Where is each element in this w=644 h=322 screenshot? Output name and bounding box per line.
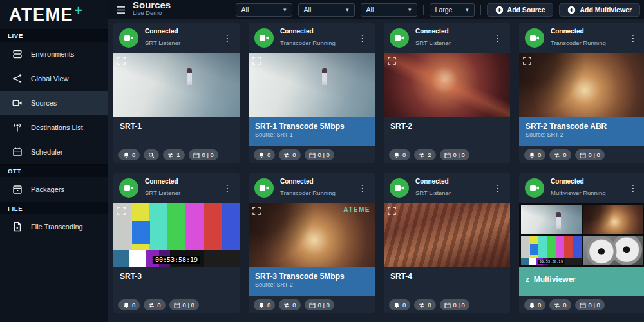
button-label: Add Multiviewer [580,6,632,14]
card-title-bar: SRT-4 [384,267,510,296]
kebab-menu-icon[interactable]: ⋮ [221,183,234,193]
add-source-button[interactable]: Add Source [487,3,554,17]
sidebar-item-label: Destinations List [31,124,83,131]
alarm-badge[interactable]: 0 [254,299,275,310]
divider [423,5,424,15]
expand-icon[interactable] [117,207,126,215]
sidebar-item-environments[interactable]: Environments [0,42,108,66]
expand-icon[interactable] [523,57,531,65]
source-card-srt-1[interactable]: ConnectedSRT Listener ⋮ SRT-1 0 1 0 | 0 [113,23,240,163]
expand-icon[interactable] [252,57,261,65]
alarm-badge[interactable]: 0 [524,149,545,160]
links-badge[interactable]: 0 [414,299,435,310]
links-badge[interactable]: 1 [163,149,184,160]
links-badge[interactable]: 2 [414,149,435,160]
schedule-badge[interactable]: 0 | 0 [305,299,334,310]
status-text: Connected [145,28,180,36]
card-title-bar: SRT-3 [113,267,240,296]
card-title-bar: SRT-1 Transcode 5Mbps Source: SRT-1 [249,117,375,146]
add-multiviewer-button[interactable]: Add Multiviewer [559,3,640,17]
video-camera-icon [12,98,23,108]
kebab-menu-icon[interactable]: ⋮ [491,33,504,43]
sidebar-item-file-transcoding[interactable]: File Transcoding [0,214,108,239]
source-title: SRT-1 Transcode 5Mbps [255,122,368,131]
size-value: Large [435,6,453,14]
kebab-menu-icon[interactable]: ⋮ [356,33,369,43]
filter-dropdown-3[interactable]: All▾ [361,3,417,17]
hamburger-icon[interactable] [116,6,126,14]
plus-circle-icon [567,6,576,14]
expand-icon[interactable] [388,57,396,65]
status-camera-icon [390,28,409,48]
kebab-menu-icon[interactable]: ⋮ [627,33,639,43]
page-heading: Sources Live Demo [133,3,171,17]
links-badge[interactable]: 0 [144,299,165,310]
alarm-badge[interactable]: 0 [118,299,140,310]
alarm-badge[interactable]: 0 [389,299,410,310]
card-header: ConnectedTranscoder Running ⋮ [249,173,375,203]
sidebar-item-destinations-list[interactable]: Destinations List [0,115,108,140]
schedule-badge[interactable]: 0 | 0 [575,149,605,160]
plus-circle-icon [495,6,504,14]
source-card-srt-3[interactable]: ConnectedSRT Listener ⋮ 00:53:58:19 SRT-… [113,173,240,313]
status-detail: Transcoder Running [551,39,606,46]
calendar-icon [12,147,23,157]
source-card-z-multiviewer[interactable]: ConnectedMultiviewer Running ⋮ 00:53:58:… [519,173,644,313]
schedule-badge[interactable]: 0 | 0 [440,149,469,160]
page-subtitle: Live Demo [133,10,171,16]
status-camera-icon [119,178,138,198]
size-dropdown[interactable]: Large▾ [430,3,475,17]
sidebar-item-label: Global View [31,75,69,82]
alarm-badge[interactable]: 0 [524,299,545,310]
card-header: ConnectedSRT Listener ⋮ [113,23,240,53]
multiviewer-tile-2 [583,205,644,234]
preview-badge[interactable] [144,149,159,160]
filter-dropdown-1[interactable]: All▾ [236,3,292,17]
badge-row: 0 2 0 | 0 [384,146,510,160]
expand-icon[interactable] [252,207,261,215]
video-thumbnail-color-bars: 00:53:58:19 [113,203,240,267]
badge-row: 0 1 0 | 0 [113,146,240,160]
schedule-badge[interactable]: 0 | 0 [305,149,334,160]
card-header: ConnectedTranscoder Running ⋮ [519,23,644,53]
filter-dropdown-2[interactable]: All▾ [298,3,355,17]
card-header: ConnectedSRT Listener ⋮ [384,173,510,203]
ateme-watermark: ATEME [343,206,370,213]
multiviewer-tile-3: 00:53:58:19 [521,236,582,266]
expand-icon[interactable] [117,57,126,65]
source-card-srt-2[interactable]: ConnectedSRT Listener ⋮ SRT-2 0 2 0 | 0 [384,23,510,163]
links-badge[interactable]: 0 [549,149,571,160]
schedule-badge[interactable]: 0 | 0 [575,299,605,310]
brand-name: ATEME [9,5,73,24]
expand-icon[interactable] [388,207,396,215]
timecode-overlay: 00:53:58:19 [153,256,200,264]
source-card-srt-2-transcode[interactable]: ConnectedTranscoder Running ⋮ SRT-2 Tran… [519,23,644,163]
links-badge[interactable]: 0 [279,149,300,160]
source-card-srt-3-transcode[interactable]: ConnectedTranscoder Running ⋮ ATEME SRT-… [249,173,375,313]
source-card-srt-1-transcode[interactable]: ConnectedTranscoder Running ⋮ SRT-1 Tran… [249,23,375,163]
alarm-badge[interactable]: 0 [389,149,410,160]
links-badge[interactable]: 0 [279,299,300,310]
alarm-badge[interactable]: 0 [254,149,275,160]
status-camera-icon [525,178,544,198]
status-text: Connected [280,28,336,36]
alarm-badge[interactable]: 0 [118,149,140,160]
sidebar-item-sources[interactable]: Sources [0,91,108,115]
sidebar-item-label: File Transcoding [31,223,83,231]
kebab-menu-icon[interactable]: ⋮ [627,183,639,193]
links-badge[interactable]: 0 [549,299,571,310]
status-camera-icon [390,178,409,198]
kebab-menu-icon[interactable]: ⋮ [491,183,504,193]
schedule-badge[interactable]: 0 | 0 [169,299,199,310]
schedule-badge[interactable]: 0 | 0 [440,299,469,310]
sidebar-item-scheduler[interactable]: Scheduler [0,140,108,164]
schedule-badge[interactable]: 0 | 0 [189,149,218,160]
kebab-menu-icon[interactable]: ⋮ [221,33,234,43]
multiviewer-thumbnail: 00:53:58:19 [519,203,644,267]
source-card-srt-4[interactable]: ConnectedSRT Listener ⋮ SRT-4 0 0 0 | 0 [384,173,510,313]
sidebar-item-packagers[interactable]: Packagers [0,177,108,202]
badge-row: 0 0 0 | 0 [384,296,510,310]
status-detail: SRT Listener [415,39,451,46]
kebab-menu-icon[interactable]: ⋮ [356,183,369,193]
sidebar-item-global-view[interactable]: Global View [0,66,108,91]
